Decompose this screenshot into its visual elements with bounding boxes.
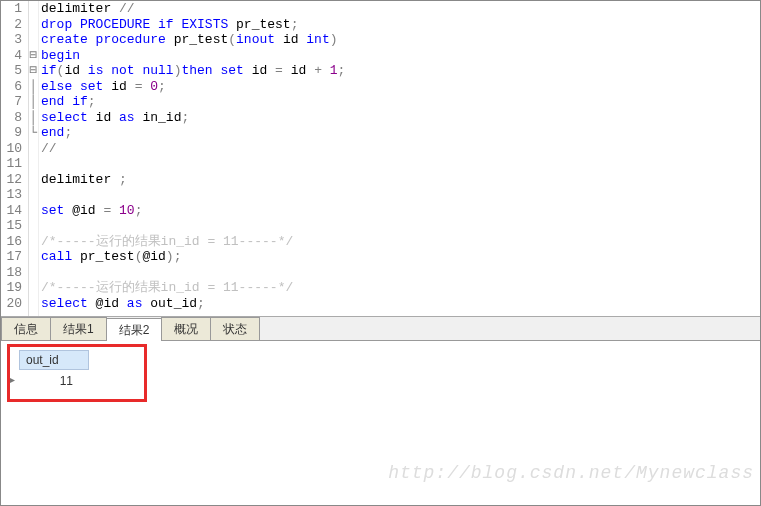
fold-marker[interactable]: │ xyxy=(29,110,38,126)
code-line[interactable]: end; xyxy=(41,125,760,141)
line-number-gutter: 1234567891011121314151617181920 xyxy=(1,1,29,316)
code-line[interactable] xyxy=(41,265,760,281)
fold-marker[interactable] xyxy=(29,218,38,234)
code-line[interactable]: // xyxy=(41,141,760,157)
tab-状态[interactable]: 状态 xyxy=(210,317,260,340)
line-number: 14 xyxy=(1,203,22,219)
code-line[interactable] xyxy=(41,218,760,234)
fold-marker[interactable]: │ xyxy=(29,94,38,110)
line-number: 15 xyxy=(1,218,22,234)
fold-marker[interactable] xyxy=(29,156,38,172)
code-line[interactable]: begin xyxy=(41,48,760,64)
line-number: 17 xyxy=(1,249,22,265)
fold-marker[interactable] xyxy=(29,234,38,250)
column-header[interactable]: out_id xyxy=(19,350,89,370)
code-line[interactable]: call pr_test(@id); xyxy=(41,249,760,265)
fold-marker[interactable] xyxy=(29,17,38,33)
code-line[interactable]: drop PROCEDURE if EXISTS pr_test; xyxy=(41,17,760,33)
line-number: 6 xyxy=(1,79,22,95)
row-pointer-icon: ▶ xyxy=(9,370,19,392)
line-number: 10 xyxy=(1,141,22,157)
line-number: 4 xyxy=(1,48,22,64)
code-line[interactable]: create procedure pr_test(inout id int) xyxy=(41,32,760,48)
line-number: 9 xyxy=(1,125,22,141)
code-content[interactable]: delimiter //drop PROCEDURE if EXISTS pr_… xyxy=(39,1,760,316)
tab-结果1[interactable]: 结果1 xyxy=(50,317,107,340)
code-line[interactable]: delimiter ; xyxy=(41,172,760,188)
line-number: 11 xyxy=(1,156,22,172)
fold-marker[interactable]: └ xyxy=(29,125,38,141)
result-header-row: out_id xyxy=(9,350,752,370)
result-tabs: 信息结果1结果2概况状态 xyxy=(1,317,760,341)
code-line[interactable]: end if; xyxy=(41,94,760,110)
line-number: 19 xyxy=(1,280,22,296)
fold-marker[interactable]: ⊟ xyxy=(29,63,38,79)
line-number: 2 xyxy=(1,17,22,33)
fold-marker[interactable] xyxy=(29,141,38,157)
tab-结果2[interactable]: 结果2 xyxy=(106,318,163,341)
result-panel: out_id ▶ 11 xyxy=(1,341,760,491)
code-line[interactable]: /*-----运行的结果in_id = 11-----*/ xyxy=(41,280,760,296)
result-cell[interactable]: 11 xyxy=(19,370,79,392)
code-line[interactable]: select @id as out_id; xyxy=(41,296,760,312)
line-number: 8 xyxy=(1,110,22,126)
line-number: 18 xyxy=(1,265,22,281)
line-number: 20 xyxy=(1,296,22,312)
code-line[interactable]: select id as in_id; xyxy=(41,110,760,126)
code-line[interactable] xyxy=(41,187,760,203)
code-line[interactable]: else set id = 0; xyxy=(41,79,760,95)
code-line[interactable] xyxy=(41,156,760,172)
line-number: 1 xyxy=(1,1,22,17)
fold-marker[interactable] xyxy=(29,280,38,296)
fold-marker[interactable] xyxy=(29,172,38,188)
line-number: 13 xyxy=(1,187,22,203)
code-line[interactable]: if(id is not null)then set id = id + 1; xyxy=(41,63,760,79)
code-line[interactable]: /*-----运行的结果in_id = 11-----*/ xyxy=(41,234,760,250)
tab-概况[interactable]: 概况 xyxy=(161,317,211,340)
fold-marker[interactable] xyxy=(29,1,38,17)
line-number: 3 xyxy=(1,32,22,48)
fold-marker[interactable] xyxy=(29,32,38,48)
line-number: 12 xyxy=(1,172,22,188)
fold-marker[interactable]: ⊟ xyxy=(29,48,38,64)
code-editor[interactable]: 1234567891011121314151617181920 ⊟⊟│││└ d… xyxy=(1,1,760,317)
result-data-row[interactable]: ▶ 11 xyxy=(9,370,752,392)
line-number: 16 xyxy=(1,234,22,250)
fold-marker[interactable] xyxy=(29,187,38,203)
fold-gutter[interactable]: ⊟⊟│││└ xyxy=(29,1,39,316)
fold-marker[interactable]: │ xyxy=(29,79,38,95)
line-number: 7 xyxy=(1,94,22,110)
line-number: 5 xyxy=(1,63,22,79)
code-line[interactable]: delimiter // xyxy=(41,1,760,17)
fold-marker[interactable] xyxy=(29,265,38,281)
fold-marker[interactable] xyxy=(29,249,38,265)
tab-信息[interactable]: 信息 xyxy=(1,317,51,340)
fold-marker[interactable] xyxy=(29,203,38,219)
code-line[interactable]: set @id = 10; xyxy=(41,203,760,219)
fold-marker[interactable] xyxy=(29,296,38,312)
